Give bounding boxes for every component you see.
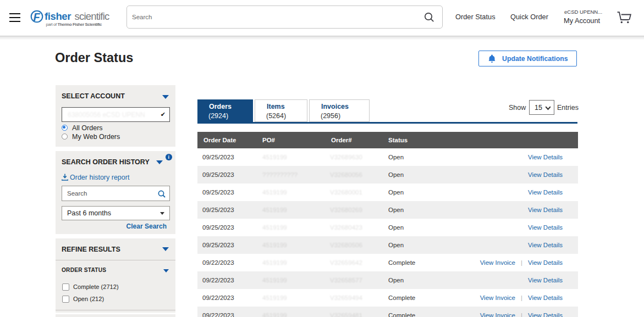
svg-text:part of Thermo Fisher Scientif: part of Thermo Fisher Scientific — [46, 22, 103, 27]
svg-text:F: F — [34, 11, 41, 23]
svg-text:fisher: fisher — [45, 10, 71, 22]
svg-text:scientific: scientific — [75, 10, 109, 22]
